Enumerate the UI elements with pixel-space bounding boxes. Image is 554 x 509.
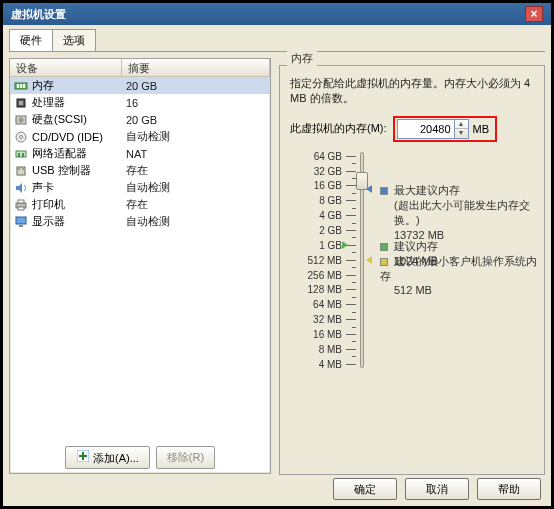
tab-options[interactable]: 选项 xyxy=(52,29,96,51)
window-title: 虚拟机设置 xyxy=(11,7,66,22)
annotation-max: 最大建议内存(超出此大小可能发生内存交换。)13732 MB xyxy=(380,183,544,242)
help-button[interactable]: 帮助 xyxy=(477,478,541,500)
remove-button: 移除(R) xyxy=(156,446,215,469)
cancel-button[interactable]: 取消 xyxy=(405,478,469,500)
annotation-max-line: (超出此大小可能发生内存交换。) xyxy=(394,198,544,228)
memory-panel: 指定分配给此虚拟机的内存量。内存大小必须为 4 MB 的倍数。 此虚拟机的内存(… xyxy=(279,66,545,475)
device-name: 声卡 xyxy=(32,180,54,195)
tick-mark-minor xyxy=(352,327,356,328)
table-row[interactable]: 网络适配器NAT xyxy=(10,145,270,162)
device-summary: 自动检测 xyxy=(122,129,270,144)
table-row[interactable]: 打印机存在 xyxy=(10,196,270,213)
display-icon xyxy=(14,215,28,229)
annotation-min-line: 512 MB xyxy=(394,283,544,298)
tick-label: 8 GB xyxy=(319,195,342,206)
device-name: 硬盘(SCSI) xyxy=(32,112,87,127)
memory-input-row: 此虚拟机的内存(M): ▲ ▼ MB xyxy=(280,110,544,152)
hardware-list-panel: 设备 摘要 内存20 GB处理器16硬盘(SCSI)20 GBCD/DVD (I… xyxy=(9,58,271,474)
memory-input[interactable] xyxy=(397,119,455,139)
svg-rect-10 xyxy=(16,151,26,157)
annotation-max-title: 最大建议内存 xyxy=(394,184,460,196)
table-row[interactable]: 处理器16 xyxy=(10,94,270,111)
device-name: 内存 xyxy=(32,78,54,93)
table-header: 设备 摘要 xyxy=(10,59,270,77)
spin-up-icon[interactable]: ▲ xyxy=(455,120,468,130)
settings-dialog: 虚拟机设置 × 硬件 选项 设备 摘要 内存20 GB处理器16硬盘(SCSI)… xyxy=(0,0,554,509)
memory-slider: 64 GB32 GB16 GB8 GB4 GB2 GB1 GB512 MB256… xyxy=(280,152,544,404)
marker-rec-pointer xyxy=(342,241,348,249)
ok-button[interactable]: 确定 xyxy=(333,478,397,500)
marker-min-pointer xyxy=(366,256,372,264)
svg-rect-3 xyxy=(23,84,25,88)
tick-mark-minor xyxy=(352,297,356,298)
tick-label: 512 MB xyxy=(308,254,342,265)
svg-rect-2 xyxy=(20,84,22,88)
tick-label: 64 GB xyxy=(314,150,342,161)
table-row[interactable]: 声卡自动检测 xyxy=(10,179,270,196)
tick-mark-minor xyxy=(352,356,356,357)
remove-button-label: 移除(R) xyxy=(167,451,204,463)
table-row[interactable]: CD/DVD (IDE)自动检测 xyxy=(10,128,270,145)
table-row[interactable]: USB 控制器存在 xyxy=(10,162,270,179)
device-name: 打印机 xyxy=(32,197,65,212)
svg-rect-11 xyxy=(18,153,20,157)
dialog-body: 设备 摘要 内存20 GB处理器16硬盘(SCSI)20 GBCD/DVD (I… xyxy=(3,52,551,474)
tick-label: 128 MB xyxy=(308,284,342,295)
add-button[interactable]: 添加(A)... xyxy=(65,446,150,469)
tick-mark xyxy=(346,289,356,290)
spin-down-icon[interactable]: ▼ xyxy=(455,129,468,138)
tick-mark-minor xyxy=(352,341,356,342)
tick-mark-minor xyxy=(352,208,356,209)
device-name: 处理器 xyxy=(32,95,65,110)
annotation-min: 建议的最小客户机操作系统内存512 MB xyxy=(380,254,544,299)
table-row[interactable]: 显示器自动检测 xyxy=(10,213,270,230)
tab-hardware-label: 硬件 xyxy=(20,34,42,46)
close-button[interactable]: × xyxy=(525,6,543,22)
tick-mark-minor xyxy=(352,193,356,194)
tick-label: 16 GB xyxy=(314,180,342,191)
svg-rect-20 xyxy=(19,225,23,227)
svg-rect-1 xyxy=(17,84,19,88)
table-row[interactable]: 硬盘(SCSI)20 GB xyxy=(10,111,270,128)
tick-mark xyxy=(346,275,356,276)
memory-unit: MB xyxy=(469,123,494,135)
tab-strip: 硬件 选项 xyxy=(3,25,551,51)
device-summary: 20 GB xyxy=(122,114,270,126)
add-button-label: 添加(A)... xyxy=(93,452,139,464)
device-summary: 存在 xyxy=(122,163,270,178)
tick-mark xyxy=(346,319,356,320)
tick-label: 2 GB xyxy=(319,224,342,235)
col-device[interactable]: 设备 xyxy=(10,59,122,77)
tick-mark-minor xyxy=(352,223,356,224)
svg-point-7 xyxy=(19,117,24,122)
memory-spinner[interactable]: ▲ ▼ xyxy=(455,119,469,139)
tick-label: 4 MB xyxy=(319,358,342,369)
tick-mark xyxy=(346,364,356,365)
col-summary[interactable]: 摘要 xyxy=(122,59,270,77)
printer-icon xyxy=(14,198,28,212)
tab-hardware[interactable]: 硬件 xyxy=(9,29,53,51)
tick-mark xyxy=(346,215,356,216)
device-summary: 存在 xyxy=(122,197,270,212)
tick-mark xyxy=(346,200,356,201)
svg-rect-5 xyxy=(19,101,23,105)
tick-label: 256 MB xyxy=(308,269,342,280)
tick-mark-minor xyxy=(352,312,356,313)
sound-icon xyxy=(14,181,28,195)
device-name: USB 控制器 xyxy=(32,163,91,178)
memory-panel-wrap: 内存 指定分配给此虚拟机的内存量。内存大小必须为 4 MB 的倍数。 此虚拟机的… xyxy=(279,58,545,468)
device-summary: 自动检测 xyxy=(122,214,270,229)
cd-icon xyxy=(14,130,28,144)
svg-point-9 xyxy=(20,135,23,138)
memory-legend: 内存 xyxy=(287,51,317,66)
tick-mark xyxy=(346,304,356,305)
tick-mark xyxy=(346,334,356,335)
tick-marks xyxy=(346,152,356,404)
device-summary: 20 GB xyxy=(122,80,270,92)
memory-hint: 指定分配给此虚拟机的内存量。内存大小必须为 4 MB 的倍数。 xyxy=(280,66,544,110)
table-row[interactable]: 内存20 GB xyxy=(10,77,270,94)
tick-mark xyxy=(346,230,356,231)
memory-label: 此虚拟机的内存(M): xyxy=(290,121,387,136)
svg-rect-18 xyxy=(18,207,24,210)
tick-mark-minor xyxy=(352,267,356,268)
